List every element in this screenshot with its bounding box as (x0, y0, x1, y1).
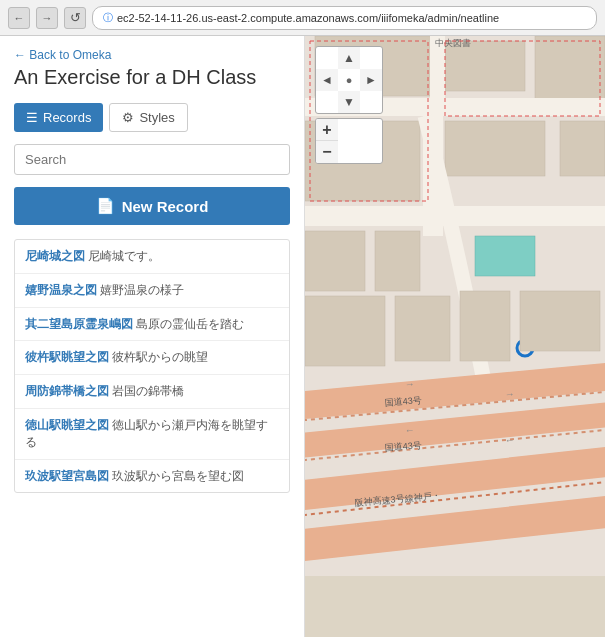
list-item[interactable]: 嬉野温泉之図 嬉野温泉の様子 (15, 274, 289, 308)
new-record-button[interactable]: 📄 New Record (14, 187, 290, 225)
file-icon: 📄 (96, 197, 115, 215)
svg-text:←: ← (404, 424, 415, 436)
map-zoom-controls: + − (315, 118, 383, 164)
list-item[interactable]: 周防錦帯橋之図 岩国の錦帯橋 (15, 375, 289, 409)
list-item[interactable]: 徳山駅眺望之図 徳山駅から瀬戸内海を眺望する (15, 409, 289, 460)
svg-rect-3 (535, 36, 605, 101)
page-title: An Exercise for a DH Class (14, 66, 290, 89)
svg-rect-13 (375, 231, 420, 291)
back-to-omeka-link[interactable]: ← Back to Omeka (14, 48, 290, 62)
left-panel: ← Back to Omeka An Exercise for a DH Cla… (0, 36, 305, 637)
svg-rect-9 (560, 121, 605, 176)
svg-rect-29 (305, 576, 605, 637)
svg-rect-8 (445, 121, 545, 176)
styles-button[interactable]: ⚙ Styles (109, 103, 187, 132)
url-bar[interactable]: ⓘ ec2-52-14-11-26.us-east-2.compute.amaz… (92, 6, 597, 30)
map-panel: → → ← ← 国道43号 国道43号 阪神高速3号線神戸・ 中央図書 (305, 36, 605, 637)
svg-rect-28 (520, 291, 600, 351)
pan-right-button[interactable]: ► (360, 69, 382, 91)
list-item[interactable]: 彼杵駅眺望之図 彼杵駅からの眺望 (15, 341, 289, 375)
url-text: ec2-52-14-11-26.us-east-2.compute.amazon… (117, 12, 499, 24)
svg-text:→: → (504, 388, 515, 400)
browser-bar: ← → ↺ ⓘ ec2-52-14-11-26.us-east-2.comput… (0, 0, 605, 36)
svg-text:←: ← (504, 434, 515, 446)
list-item[interactable]: 尼崎城之図 尼崎城です。 (15, 240, 289, 274)
svg-rect-26 (395, 296, 450, 361)
list-item[interactable]: 玖波駅望宮島図 玖波駅から宮島を望む図 (15, 460, 289, 493)
pan-center-button[interactable]: ● (338, 69, 360, 91)
map-controls: ▲ ◄ ● ► ▼ + − (315, 46, 383, 164)
list-icon: ☰ (26, 110, 38, 125)
list-item[interactable]: 其二望島原霊泉嶋図 島原の霊仙岳を踏む (15, 308, 289, 342)
main-layout: ← Back to Omeka An Exercise for a DH Cla… (0, 36, 605, 637)
pan-up-button[interactable]: ▲ (338, 47, 360, 69)
map-container: → → ← ← 国道43号 国道43号 阪神高速3号線神戸・ 中央図書 (305, 36, 605, 637)
pan-down-button[interactable]: ▼ (338, 91, 360, 113)
svg-rect-25 (305, 296, 385, 366)
security-icon: ⓘ (103, 11, 113, 25)
map-nav-pad: ▲ ◄ ● ► ▼ (315, 46, 383, 114)
pan-left-button[interactable]: ◄ (316, 69, 338, 91)
back-button[interactable]: ← (8, 7, 30, 29)
svg-rect-6 (475, 236, 535, 276)
toolbar: ☰ Records ⚙ Styles (14, 103, 290, 132)
record-list: 尼崎城之図 尼崎城です。嬉野温泉之図 嬉野温泉の様子其二望島原霊泉嶋図 島原の霊… (14, 239, 290, 493)
svg-rect-12 (305, 231, 365, 291)
zoom-in-button[interactable]: + (316, 119, 338, 141)
svg-rect-27 (460, 291, 510, 361)
search-input[interactable] (14, 144, 290, 175)
gear-icon: ⚙ (122, 110, 134, 125)
svg-rect-2 (445, 41, 525, 91)
records-button[interactable]: ☰ Records (14, 103, 103, 132)
svg-text:中央図書: 中央図書 (435, 38, 471, 48)
svg-text:→: → (404, 378, 415, 390)
zoom-out-button[interactable]: − (316, 141, 338, 163)
forward-button[interactable]: → (36, 7, 58, 29)
reload-button[interactable]: ↺ (64, 7, 86, 29)
